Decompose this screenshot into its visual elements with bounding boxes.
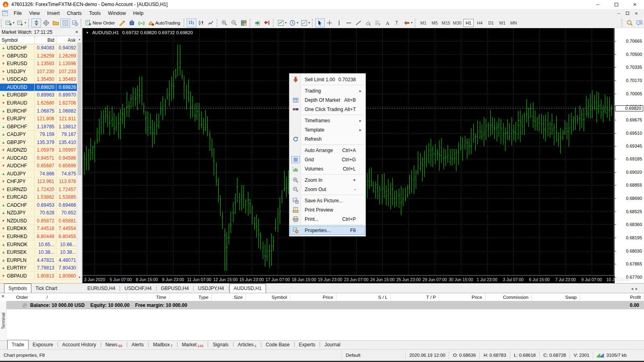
chart-tabs-scroll[interactable]: ◂▸ (631, 286, 644, 293)
toolbar-new-order-button[interactable]: New Order (84, 19, 118, 27)
context-menu-item-refresh[interactable]: Refresh (290, 134, 365, 144)
toolbar-periods-button[interactable]: ▾ (288, 19, 299, 27)
context-menu-item-depth-of-market[interactable]: Depth Of MarketAlt+B (290, 95, 365, 105)
scroll-down-icon[interactable]: ▼ (77, 274, 82, 280)
toolbar-navigator-button[interactable] (51, 19, 60, 27)
toolbar-profiles-button[interactable]: ▾ (16, 19, 27, 27)
market-watch-row[interactable]: ▲EURPLN4.478214.48071 (0, 256, 78, 264)
toolbar-fibonacci-button[interactable]: F (373, 19, 383, 27)
terminal-tab-account-history[interactable]: Account History (58, 341, 100, 349)
timeframe-w1-button[interactable]: W1 (497, 19, 508, 27)
chart-tab-eurusd-h4[interactable]: EURUSD,H4 (83, 284, 119, 293)
toolbar-indicators-button[interactable]: ▾ (276, 19, 288, 27)
market-watch-row[interactable]: ▼GBPUSD1.262591.26269 (0, 52, 78, 60)
tab-symbols[interactable]: Symbols (4, 284, 31, 293)
toolbar-candlestick-chart-button[interactable] (196, 19, 206, 27)
timeframe-m15-button[interactable]: M15 (441, 19, 451, 27)
toolbar-crosshair-button[interactable] (325, 19, 334, 27)
market-watch-row[interactable]: ▼NZDUSD0.658720.65881 (0, 217, 78, 225)
child-minimize-button[interactable]: ─ (614, 11, 623, 16)
context-menu-item-grid[interactable]: GridCtrl+G (290, 155, 365, 164)
menu-file[interactable]: File (10, 10, 25, 17)
terminal-column-price[interactable]: Price (290, 293, 336, 301)
market-watch-row[interactable]: ▼EURJPY121.806121.811 (0, 115, 78, 123)
toolbar-arrows-button[interactable]: ▾ (402, 19, 414, 27)
toolbar-chat-button[interactable] (634, 19, 644, 27)
market-watch-row[interactable]: ▼EURDKK7.445187.44554 (0, 225, 78, 233)
toolbar-terminal-button[interactable] (60, 19, 70, 27)
toolbar-trendline-button[interactable] (354, 19, 363, 27)
toolbar-market-button[interactable] (127, 19, 137, 27)
context-menu-item-print[interactable]: Print...Ctrl+P (290, 214, 365, 224)
terminal-tab-signals[interactable]: Signals (208, 341, 232, 349)
context-menu-item-properties[interactable]: Properties...F8 (290, 226, 365, 235)
market-watch-close-icon[interactable]: ✕ (74, 30, 80, 34)
toolbar-new-chart-button[interactable]: ▾ (4, 19, 16, 27)
toolbar-horizontal-line-button[interactable] (344, 19, 354, 27)
context-menu-item-auto-arrange[interactable]: Auto ArrangeCtrl+A (290, 146, 365, 155)
terminal-tab-code-base[interactable]: Code Base (262, 341, 293, 349)
chart-tab-audusd-h1[interactable]: AUDUSD,H1 (229, 284, 266, 293)
context-menu-item-timeframes[interactable]: Timeframes▸ (290, 116, 365, 125)
terminal-column-commission[interactable]: Commission (485, 293, 532, 301)
chart-tab-usdjpy-h4[interactable]: USDJPY,H4 (194, 284, 228, 293)
terminal-tab-alerts[interactable]: Alerts (128, 341, 148, 349)
terminal-tab-articles[interactable]: Articles1 (234, 341, 260, 349)
market-watch-row[interactable]: ▼USDCAD1.354501.35463 (0, 76, 78, 84)
timeframe-m30-button[interactable]: M30 (452, 19, 462, 27)
terminal-close-icon[interactable]: ✕ (1, 294, 4, 298)
market-watch-row[interactable]: ▲GBPCHF1.187851.18812 (0, 123, 78, 131)
market-watch-row[interactable]: ▼EURNZD1.724201.72457 (0, 186, 78, 194)
terminal-column-type[interactable]: Type (169, 293, 212, 301)
context-menu-item-trading[interactable]: Trading▸ (290, 86, 365, 95)
toolbar-text-button[interactable]: A (383, 19, 392, 27)
toolbar-tile-windows-button[interactable] (239, 19, 249, 27)
context-menu-item-sell-limit-1-00[interactable]: Sell Limit 1.000.70238 (290, 75, 365, 84)
terminal-column-order[interactable]: Order/ (6, 293, 127, 301)
context-menu-item-one-click-trading[interactable]: One Click TradingAlt+T (290, 105, 365, 114)
market-watch-row[interactable]: ▼EURUSD1.135931.13596 (0, 60, 78, 68)
market-watch-row[interactable]: ▼EURHKD8.804498.80455 (0, 233, 78, 241)
context-menu-item-zoom-in[interactable]: Zoom In+ (290, 175, 365, 185)
context-menu-item-volumes[interactable]: VolumesCtrl+L (290, 164, 365, 173)
toolbar-metaeditor-button[interactable] (118, 19, 127, 27)
timeframe-h1-button[interactable]: H1 (463, 19, 474, 27)
menu-charts[interactable]: Charts (63, 10, 85, 17)
menu-tools[interactable]: Tools (85, 10, 104, 17)
market-watch-row[interactable]: ▼GBPAUD1.808131.80860 (0, 272, 78, 280)
market-watch-row[interactable]: ▼CHFJPY113.961113.978 (0, 178, 78, 186)
chart-tab-gbpusd-h4[interactable]: GBPUSD,H4 (157, 284, 193, 293)
child-close-button[interactable]: ✕ (632, 11, 641, 16)
toolbar-zoom-in-button[interactable] (220, 19, 229, 27)
terminal-tab-trade[interactable]: Trade (7, 340, 29, 349)
menu-help[interactable]: Help (130, 10, 147, 17)
toolbar-bar-chart-button[interactable] (187, 19, 196, 27)
toolbar-data-window-button[interactable] (41, 19, 51, 27)
scroll-up-icon[interactable]: ▲ (77, 36, 82, 42)
market-watch-row[interactable]: ▼AUDCHF0.656870.65699 (0, 162, 78, 170)
one-click-toggle-icon[interactable]: ▼ (86, 31, 89, 35)
tab-tick-chart[interactable]: Tick Chart (31, 284, 61, 293)
timeframe-h4-button[interactable]: H4 (475, 19, 485, 27)
context-menu-item-print-preview[interactable]: Print Preview (290, 205, 365, 214)
child-restore-button[interactable] (623, 11, 632, 16)
market-watch-row[interactable]: ▼EURCAD1.538621.53885 (0, 193, 78, 202)
toolbar-vertical-line-button[interactable] (334, 19, 344, 27)
market-watch-row[interactable]: ▲EURGBP0.899630.89970 (0, 91, 78, 99)
market-watch-row[interactable]: ▲AUDJPY74.86674.875 (0, 170, 78, 178)
terminal-column-s-l[interactable]: S / L (336, 293, 391, 301)
price-axis[interactable]: 0.706650.705000.703350.701700.700050.698… (615, 28, 644, 283)
toolbar-market-watch-button[interactable] (31, 19, 41, 27)
toolbar-symbol-search-button[interactable] (625, 19, 634, 27)
toolbar-equidistant-channel-button[interactable]: E (363, 19, 373, 27)
timeframe-d1-button[interactable]: D1 (486, 19, 496, 27)
market-watch-row[interactable]: ▲CADJPY79.15979.167 (0, 131, 78, 139)
toolbar-line-chart-button[interactable] (206, 19, 216, 27)
toolbar-auto-scroll-button[interactable] (253, 19, 262, 27)
toolbar-templates-button[interactable]: ▾ (299, 19, 311, 27)
market-watch-row[interactable]: ▲AUDUSD0.698200.69826 (0, 84, 78, 92)
context-menu-item-zoom-out[interactable]: Zoom Out- (290, 185, 365, 194)
terminal-column-price[interactable]: Price (439, 293, 485, 301)
terminal-column-t-p[interactable]: T / P (391, 293, 439, 301)
market-watch-row[interactable]: ▲EURCHF1.068751.06882 (0, 107, 78, 115)
